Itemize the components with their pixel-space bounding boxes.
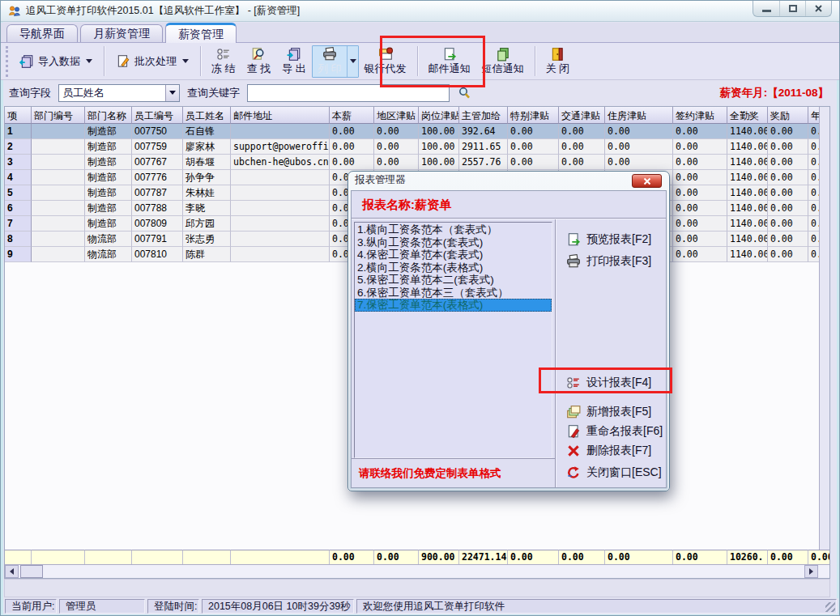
table-cell[interactable]: 0.00 <box>605 124 673 139</box>
report-template-item[interactable]: 6.保密工资单范本三（套表式） <box>355 287 552 300</box>
table-cell[interactable]: 制造部 <box>85 139 132 155</box>
tab-salary[interactable]: 薪资管理 <box>165 23 237 43</box>
table-cell[interactable]: 1140.00 <box>727 170 768 185</box>
table-cell[interactable]: 0.00 <box>673 232 727 247</box>
table-cell[interactable]: 3 <box>5 155 32 170</box>
table-cell[interactable]: 0.00 <box>374 139 419 155</box>
table-cell[interactable]: ubchen-he@ubos.cn <box>231 155 330 170</box>
table-cell[interactable]: 0.00 <box>508 124 559 139</box>
table-cell[interactable]: 孙争争 <box>183 170 231 185</box>
scrollbar-thumb[interactable] <box>20 565 43 578</box>
table-cell[interactable]: 0.00 <box>330 124 374 139</box>
table-cell[interactable]: 4 <box>5 170 32 185</box>
table-cell[interactable]: 0.00 <box>768 185 808 201</box>
table-cell[interactable]: 2557.76 <box>459 155 508 170</box>
chevron-down-icon[interactable] <box>165 85 179 101</box>
table-cell[interactable]: 石自锋 <box>183 124 231 139</box>
table-cell[interactable]: 2 <box>5 139 32 155</box>
vertical-scrollbar[interactable] <box>819 107 829 550</box>
table-cell[interactable]: 007791 <box>132 232 183 247</box>
table-cell[interactable]: 0.00 <box>559 155 605 170</box>
table-cell[interactable]: 0.00 <box>330 155 374 170</box>
table-cell[interactable]: 007788 <box>132 201 183 216</box>
table-cell[interactable] <box>231 247 330 262</box>
close-window-button[interactable]: 关闭窗口[ESC] <box>566 465 662 481</box>
bank-pay-button[interactable]: 银行代发 <box>359 45 412 78</box>
export-button[interactable]: 导 出 <box>276 45 312 78</box>
table-cell[interactable]: 1140.00 <box>727 201 768 216</box>
table-cell[interactable]: 0.00 <box>768 232 808 247</box>
report-template-item[interactable]: 2.横向工资条范本(表格式) <box>355 261 552 274</box>
table-cell[interactable]: 1140.00 <box>727 232 768 247</box>
table-cell[interactable]: 8 <box>5 232 32 247</box>
table-cell[interactable]: 0.00 <box>673 247 727 262</box>
table-cell[interactable]: 制造部 <box>85 185 132 201</box>
table-cell[interactable]: 0.00 <box>605 155 673 170</box>
find-button[interactable]: 查 找 <box>241 45 277 78</box>
delete-report-button[interactable]: 删除报表[F7] <box>566 443 651 459</box>
table-row[interactable]: 1制造部007750石自锋0.000.00100.00392.640.000.0… <box>5 124 829 139</box>
query-field-select[interactable]: 员工姓名 <box>58 84 180 102</box>
table-cell[interactable]: 100.00 <box>419 124 459 139</box>
dropdown-arrow-icon[interactable] <box>347 46 358 77</box>
batch-process-button[interactable]: 批次处理 <box>109 51 195 72</box>
table-cell[interactable]: 0.00 <box>508 139 559 155</box>
minimize-button[interactable] <box>753 1 779 16</box>
dialog-close-button[interactable] <box>632 174 662 188</box>
table-cell[interactable]: 0.00 <box>605 139 673 155</box>
table-row[interactable]: 3制造部007767胡春堰ubchen-he@ubos.cn0.000.0010… <box>5 155 829 170</box>
rename-report-button[interactable]: 重命名报表[F6] <box>566 423 663 440</box>
table-cell[interactable]: 0.00 <box>768 139 808 155</box>
table-cell[interactable]: 朱林娃 <box>183 185 231 201</box>
design-report-button[interactable]: 设计报表[F4] <box>566 375 651 391</box>
table-cell[interactable]: 007809 <box>132 216 183 232</box>
sms-notify-button[interactable]: 短信通知 <box>476 45 530 78</box>
report-template-item[interactable]: 4.保密工资单范本(套表式) <box>355 249 552 261</box>
table-cell[interactable]: 7 <box>5 216 32 232</box>
table-cell[interactable]: 1140.00 <box>727 216 768 232</box>
maximize-button[interactable] <box>779 1 805 16</box>
table-cell[interactable]: 1140.00 <box>727 155 768 170</box>
table-cell[interactable] <box>32 170 85 185</box>
table-cell[interactable]: 0.00 <box>673 139 727 155</box>
table-cell[interactable]: 0.00 <box>673 201 727 216</box>
print-report-button[interactable]: 打印报表[F3] <box>566 253 651 270</box>
search-icon[interactable] <box>457 86 471 100</box>
table-cell[interactable] <box>32 201 85 216</box>
table-cell[interactable]: 9 <box>5 247 32 262</box>
report-template-item[interactable]: 1.横向工资条范本（套表式） <box>355 223 552 236</box>
table-cell[interactable]: 0.00 <box>673 124 727 139</box>
table-cell[interactable]: 0.00 <box>768 216 808 232</box>
table-cell[interactable]: 0.00 <box>768 170 808 185</box>
table-cell[interactable]: 制造部 <box>85 170 132 185</box>
table-cell[interactable]: 007776 <box>132 170 183 185</box>
table-cell[interactable]: 廖家林 <box>183 139 231 155</box>
table-cell[interactable]: 0.00 <box>768 247 808 262</box>
table-cell[interactable] <box>231 185 330 201</box>
print-button[interactable]: 列 印 <box>313 46 347 77</box>
table-cell[interactable]: 0.00 <box>673 155 727 170</box>
table-cell[interactable] <box>231 232 330 247</box>
table-cell[interactable]: 0.00 <box>374 124 419 139</box>
table-cell[interactable]: 0.00 <box>374 155 419 170</box>
table-cell[interactable]: 100.00 <box>419 155 459 170</box>
table-cell[interactable]: 1140.00 <box>727 247 768 262</box>
table-row[interactable]: 2制造部007759廖家林support@poweroffice0.000.00… <box>5 139 829 155</box>
table-cell[interactable] <box>231 170 330 185</box>
table-cell[interactable]: 制造部 <box>85 216 132 232</box>
table-cell[interactable]: 007750 <box>132 124 183 139</box>
table-cell[interactable]: 物流部 <box>85 232 132 247</box>
table-cell[interactable]: 制造部 <box>85 201 132 216</box>
table-cell[interactable] <box>32 124 85 139</box>
table-cell[interactable]: 张志勇 <box>183 232 231 247</box>
table-cell[interactable]: 5 <box>5 185 32 201</box>
table-cell[interactable]: 0.00 <box>673 216 727 232</box>
table-cell[interactable] <box>32 185 85 201</box>
tab-navigation[interactable]: 导航界面 <box>6 24 78 42</box>
table-cell[interactable] <box>32 155 85 170</box>
tab-monthly-salary[interactable]: 月薪资管理 <box>80 24 163 42</box>
table-cell[interactable] <box>231 216 330 232</box>
table-cell[interactable]: 6 <box>5 201 32 216</box>
table-cell[interactable]: 007810 <box>132 247 183 262</box>
table-cell[interactable]: 1140.00 <box>727 139 768 155</box>
